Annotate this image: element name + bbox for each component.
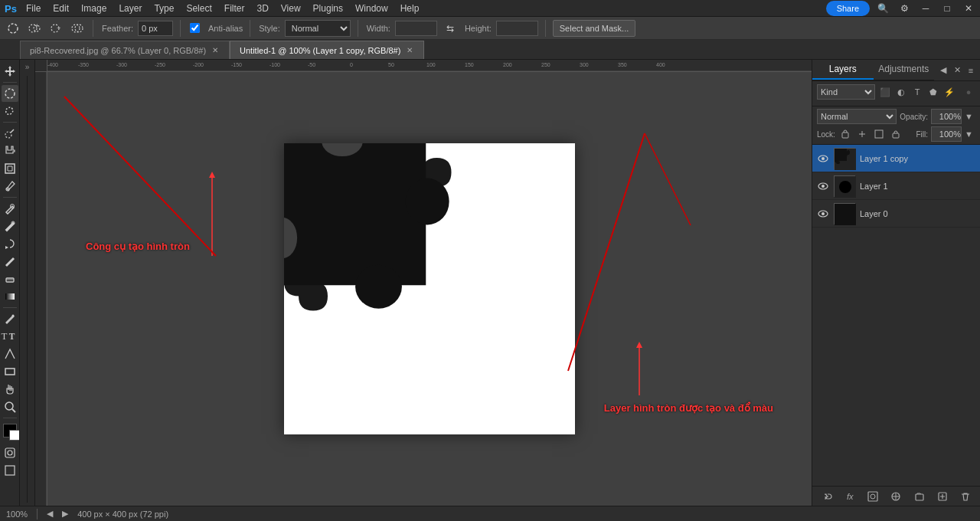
menu-file[interactable]: File <box>20 0 47 17</box>
new-layer-btn[interactable] <box>934 488 951 505</box>
antialias-checkbox[interactable] <box>190 23 200 33</box>
fill-arrow[interactable]: ▼ <box>965 129 975 139</box>
menu-type[interactable]: Type <box>148 0 180 17</box>
pen-tool[interactable] <box>2 310 18 327</box>
move-tool[interactable] <box>2 63 18 80</box>
svg-point-19 <box>11 315 14 317</box>
frame-tool[interactable] <box>2 160 18 177</box>
path-selection-tool[interactable] <box>2 346 18 362</box>
new-selection-btn[interactable] <box>5 20 21 37</box>
link-layers-btn[interactable] <box>818 488 835 505</box>
lock-artboard-btn[interactable] <box>872 127 886 141</box>
menu-image[interactable]: Image <box>75 0 113 17</box>
lasso-tool[interactable] <box>2 103 18 120</box>
layer-item-layer0[interactable]: Layer 0 <box>812 200 980 228</box>
add-selection-btn[interactable]: + <box>26 20 43 37</box>
svg-rect-21 <box>5 369 15 375</box>
tab-close-1[interactable]: ✕ <box>405 46 414 55</box>
history-brush-tool[interactable] <box>2 253 18 270</box>
type-tool[interactable]: T T <box>2 328 18 345</box>
lock-pixels-btn[interactable] <box>838 127 852 141</box>
status-nav-next[interactable]: ▶ <box>62 509 68 519</box>
layer-item-layer1[interactable]: Layer 1 <box>812 172 980 200</box>
panel-close-btn[interactable]: ✕ <box>951 64 963 77</box>
type-filter-icon[interactable]: T <box>910 85 924 99</box>
quick-selection-tool[interactable] <box>2 125 18 142</box>
canvas-document[interactable] <box>284 143 575 434</box>
minimize-icon[interactable]: ─ <box>917 0 934 17</box>
smart-filter-icon[interactable]: ⚡ <box>942 85 956 99</box>
fill-input[interactable] <box>931 126 962 142</box>
layers-tab[interactable]: Layers <box>812 60 874 80</box>
subtract-selection-btn[interactable]: − <box>47 20 64 37</box>
blend-mode-select[interactable]: Normal Multiply Screen <box>817 109 897 124</box>
eyedropper-tool[interactable] <box>2 178 18 195</box>
maximize-icon[interactable]: □ <box>939 0 956 17</box>
lock-all-btn[interactable] <box>889 127 903 141</box>
layer-visibility-2[interactable] <box>817 208 829 220</box>
height-input[interactable] <box>496 21 538 36</box>
fx-btn[interactable]: fx <box>841 488 858 505</box>
settings-icon[interactable]: ⚙ <box>896 0 913 17</box>
screen-mode-btn[interactable] <box>2 462 18 479</box>
tools-expand[interactable]: » <box>25 63 30 71</box>
filter-toggle[interactable]: ● <box>962 85 975 99</box>
menu-window[interactable]: Window <box>349 0 394 17</box>
add-adjustment-btn[interactable] <box>887 488 904 505</box>
menu-3d[interactable]: 3D <box>250 0 274 17</box>
tab-1[interactable]: Untitled-1 @ 100% (Layer 1 copy, RGB/8#)… <box>230 41 424 59</box>
canvas-container[interactable]: Công cụ tạo hình tròn Layer hình tròn đư… <box>47 72 812 506</box>
clone-stamp-tool[interactable] <box>2 235 18 252</box>
tab-close-0[interactable]: ✕ <box>211 46 220 55</box>
menu-edit[interactable]: Edit <box>47 0 75 17</box>
opacity-input[interactable] <box>931 109 962 124</box>
shape-filter-icon[interactable]: ⬟ <box>926 85 940 99</box>
hand-tool[interactable] <box>2 381 18 398</box>
quick-mask-btn[interactable] <box>2 444 18 461</box>
eraser-tool[interactable] <box>2 270 18 287</box>
adjustments-tab[interactable]: Adjustments <box>874 60 935 80</box>
adjustment-filter-icon[interactable]: ◐ <box>894 85 908 99</box>
pixel-filter-icon[interactable]: ⬛ <box>878 85 892 99</box>
delete-layer-btn[interactable] <box>957 488 974 505</box>
panel-menu-btn[interactable]: ≡ <box>965 64 977 77</box>
elliptical-marquee-tool[interactable] <box>2 85 18 102</box>
menu-layer[interactable]: Layer <box>113 0 148 17</box>
rectangle-tool[interactable] <box>2 363 18 380</box>
kind-filter[interactable]: Kind <box>817 84 875 100</box>
gradient-tool[interactable] <box>2 288 18 305</box>
spot-healing-brush[interactable] <box>2 200 18 217</box>
tab-0[interactable]: pi8-Recovered.jpg @ 66.7% (Layer 0, RGB/… <box>20 41 230 59</box>
add-mask-btn[interactable] <box>864 488 881 505</box>
brush-tool[interactable] <box>2 218 18 234</box>
status-nav-prev[interactable]: ◀ <box>47 509 53 519</box>
layer-visibility-1[interactable] <box>817 180 829 192</box>
select-mask-button[interactable]: Select and Mask... <box>553 20 636 37</box>
zoom-tool[interactable] <box>2 398 18 415</box>
share-button[interactable]: Share <box>826 1 870 16</box>
style-select[interactable]: Normal Fixed Ratio Fixed Size <box>285 20 351 37</box>
layer-visibility-0[interactable] <box>817 152 829 165</box>
intersect-selection-btn[interactable] <box>69 20 86 37</box>
menu-plugins[interactable]: Plugins <box>307 0 349 17</box>
feather-input[interactable] <box>138 21 173 36</box>
menu-filter[interactable]: Filter <box>218 0 251 17</box>
layer-item-layer1copy[interactable]: Layer 1 copy <box>812 145 980 172</box>
svg-rect-71 <box>835 204 856 225</box>
svg-text:-300: -300 <box>116 62 127 67</box>
lock-position-btn[interactable] <box>855 127 869 141</box>
crop-tool[interactable] <box>2 143 18 159</box>
group-layers-btn[interactable] <box>911 488 928 505</box>
close-icon[interactable]: ✕ <box>960 0 977 17</box>
menu-select[interactable]: Select <box>180 0 217 17</box>
background-color[interactable] <box>9 430 20 441</box>
foreground-color[interactable] <box>3 424 17 437</box>
menu-help[interactable]: Help <box>394 0 426 17</box>
menu-view[interactable]: View <box>275 0 307 17</box>
width-input[interactable] <box>395 21 437 36</box>
panel-collapse-btn[interactable]: ◀ <box>937 64 949 77</box>
svg-text:-50: -50 <box>308 62 315 67</box>
search-icon[interactable]: 🔍 <box>874 0 891 17</box>
opacity-arrow[interactable]: ▼ <box>965 111 975 122</box>
swap-dimensions-btn[interactable]: ⇆ <box>442 20 459 37</box>
